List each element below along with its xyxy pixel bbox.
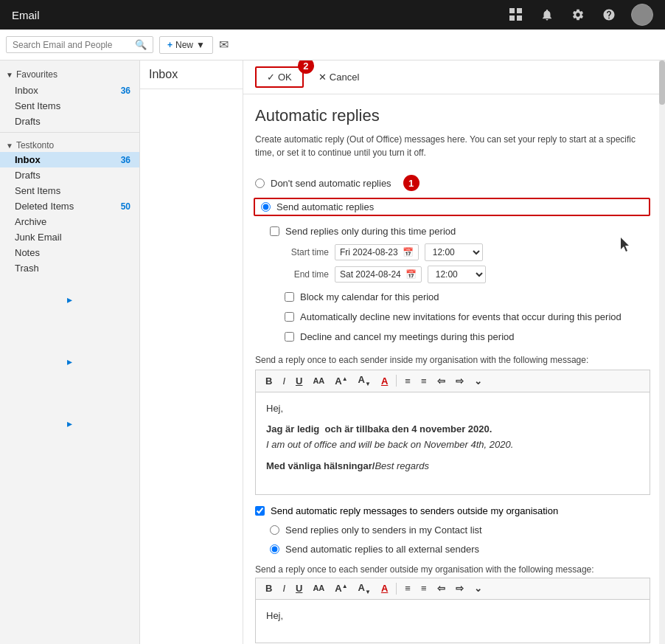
scrollbar-thumb[interactable]: [659, 60, 665, 105]
outside-org-checkbox[interactable]: [255, 506, 265, 516]
editor-sep-1: [396, 375, 397, 387]
sidebar-item-inbox-fav[interactable]: Inbox 36: [0, 83, 139, 98]
outside-org-label: Send automatic reply messages to senders…: [271, 505, 558, 516]
bold-button-out[interactable]: B: [262, 582, 276, 595]
end-date-input[interactable]: Sat 2024-08-24 📅: [335, 266, 422, 283]
expand-arrow-icon: ▸: [67, 294, 72, 305]
increase-font-button[interactable]: A▲: [331, 375, 351, 387]
editor-sep-out: [396, 583, 397, 595]
italic-button[interactable]: I: [279, 375, 289, 387]
sidebar-item-junk[interactable]: Junk Email: [0, 229, 139, 245]
font-color-button[interactable]: A: [377, 375, 391, 387]
favourites-header[interactable]: ▼ Favourites: [0, 66, 139, 83]
app-title: Email: [12, 9, 40, 21]
start-date-input[interactable]: Fri 2024-08-23 📅: [335, 244, 419, 260]
cancel-text: Cancel: [330, 72, 359, 83]
bold-button[interactable]: B: [262, 375, 276, 387]
send-during-period-option[interactable]: Send replies only during this time perio…: [270, 224, 650, 239]
page-title: Automatic replies: [255, 106, 650, 125]
bullets-button-out[interactable]: ≡: [401, 582, 414, 595]
inbox-list: [140, 89, 243, 644]
sidebar-item-sent[interactable]: Sent Items: [0, 183, 139, 198]
dont-send-option[interactable]: Don't send automatic replies 1: [255, 173, 650, 193]
sidebar-item-deleted[interactable]: Deleted Items 50: [0, 198, 139, 214]
send-option[interactable]: Send automatic replies: [254, 198, 650, 216]
ok-button[interactable]: ✓ OK: [255, 66, 304, 88]
all-external-option[interactable]: Send automatic replies to all external s…: [270, 541, 650, 557]
italic-button-out[interactable]: I: [279, 582, 289, 595]
decline-meetings-checkbox[interactable]: [285, 332, 294, 342]
sidebar-item-sent-fav[interactable]: Sent Items: [0, 98, 139, 114]
description: Create automatic reply (Out of Office) m…: [255, 133, 650, 159]
search-wrapper[interactable]: 🔍: [6, 36, 153, 53]
avatar[interactable]: [631, 4, 653, 26]
indent-right-button-out[interactable]: ⇨: [452, 582, 467, 595]
increase-font-button-out[interactable]: A▲: [331, 582, 351, 595]
deleted-badge: 50: [121, 201, 130, 212]
end-time-select[interactable]: 12:00: [428, 266, 486, 283]
editor-area-outside[interactable]: Hej,: [255, 599, 650, 643]
indent-left-button[interactable]: ⇦: [434, 375, 449, 387]
font-size-button[interactable]: AA: [309, 375, 328, 387]
block-calendar-option[interactable]: Block my calendar for this period: [285, 289, 650, 305]
all-external-radio[interactable]: [270, 544, 279, 554]
underline-button[interactable]: U: [292, 375, 306, 387]
block-calendar-checkbox[interactable]: [285, 292, 294, 302]
editor-line2: Jag är ledig och är tillbaka den 4 novem…: [266, 422, 639, 437]
calendar-icon[interactable]: 📅: [403, 247, 414, 257]
inbox-pane: Inbox: [140, 60, 243, 644]
decrease-font-button-out[interactable]: A▼: [355, 581, 375, 597]
calendar-icon-end[interactable]: 📅: [405, 269, 417, 280]
sidebar-item-drafts[interactable]: Drafts: [0, 167, 139, 183]
send-auto-radio[interactable]: [261, 202, 271, 212]
font-color-button-out[interactable]: A: [377, 582, 391, 595]
underline-button-out[interactable]: U: [292, 582, 306, 595]
sidebar-item-trash[interactable]: Trash: [0, 260, 139, 276]
gear-icon[interactable]: [569, 6, 587, 24]
sent-label: Sent Items: [15, 185, 60, 196]
sidebar-item-notes[interactable]: Notes: [0, 245, 139, 260]
outside-org-checkbox-row[interactable]: Send automatic reply messages to senders…: [255, 505, 650, 516]
dont-send-radio[interactable]: [255, 179, 265, 188]
expand-area-2[interactable]: ▸: [0, 353, 139, 370]
sidebar-item-archive[interactable]: Archive: [0, 214, 139, 229]
inside-org-section: Send a reply once to each sender inside …: [255, 355, 650, 495]
decline-invitations-checkbox[interactable]: [285, 312, 294, 322]
sidebar-item-drafts-fav[interactable]: Drafts: [0, 114, 139, 129]
chevron-down-icon: ▼: [196, 40, 205, 50]
bullets-button[interactable]: ≡: [401, 375, 414, 387]
more-button-out[interactable]: ⌄: [470, 582, 486, 595]
editor-area-inside[interactable]: Hej, Jag är ledig och är tillbaka den 4 …: [255, 392, 650, 495]
decline-meetings-option[interactable]: Decline and cancel my meetings during th…: [285, 329, 650, 344]
decrease-font-button[interactable]: A▼: [355, 373, 375, 389]
more-button[interactable]: ⌄: [470, 375, 486, 387]
expand-area-3[interactable]: ▸: [0, 415, 139, 432]
numbered-list-button[interactable]: ≡: [417, 375, 431, 387]
new-button[interactable]: + New ▼: [159, 36, 213, 54]
indent-right-button[interactable]: ⇨: [452, 375, 467, 387]
cancel-button[interactable]: ✕ Don't send automatic replies Cancel: [313, 68, 365, 86]
editor-toolbar-outside: B I U AA A▲ A▼ A ≡ ≡ ⇦ ⇨ ⌄: [255, 578, 650, 600]
expand-area-1[interactable]: ▸: [0, 291, 139, 308]
notes-label: Notes: [15, 247, 40, 258]
inbox-label: Inbox: [15, 154, 41, 165]
start-time-select[interactable]: 12:00: [425, 243, 483, 261]
contact-only-label: Send replies only to senders in my Conta…: [285, 524, 482, 536]
bell-icon[interactable]: [538, 6, 556, 24]
numbered-list-button-out[interactable]: ≡: [417, 582, 431, 595]
contact-only-radio[interactable]: [270, 525, 279, 535]
ok-label: OK: [278, 72, 292, 83]
calendar-options: Block my calendar for this period Automa…: [285, 289, 650, 344]
help-icon[interactable]: [600, 6, 618, 24]
account-header[interactable]: ▼ Testkonto: [0, 136, 139, 152]
contact-list-only-option[interactable]: Send replies only to senders in my Conta…: [270, 522, 650, 538]
decline-invitations-option[interactable]: Automatically decline new invitations fo…: [285, 309, 650, 325]
during-period-checkbox[interactable]: [270, 226, 279, 236]
indent-left-button-out[interactable]: ⇦: [434, 582, 449, 595]
sidebar-item-inbox[interactable]: Inbox 36: [0, 152, 139, 167]
search-input[interactable]: [13, 40, 135, 50]
grid-icon[interactable]: [507, 6, 525, 24]
drafts-label: Drafts: [15, 170, 41, 181]
font-size-button-out[interactable]: AA: [309, 583, 328, 594]
mail-icon: ✉: [219, 38, 229, 52]
